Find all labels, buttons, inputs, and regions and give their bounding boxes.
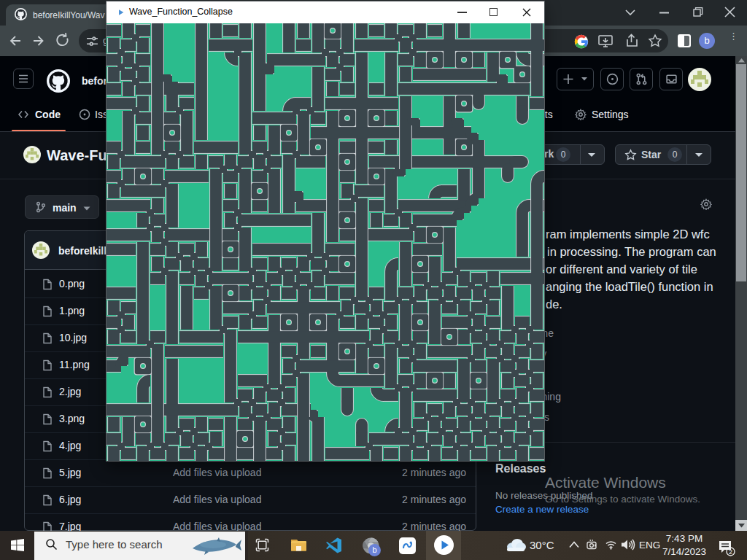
svg-text:2: 2 bbox=[729, 548, 732, 556]
